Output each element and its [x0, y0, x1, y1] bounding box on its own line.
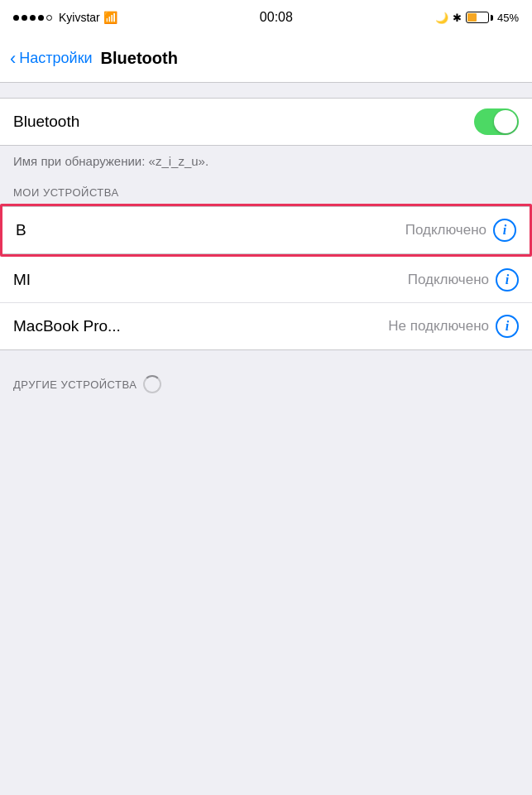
device-status-B: Подключено: [405, 222, 486, 238]
moon-icon: 🌙: [435, 12, 448, 24]
device-status-group-B: Подключено i: [405, 219, 516, 242]
other-devices-label: ДРУГИЕ УСТРОЙСТВА: [13, 378, 137, 391]
bluetooth-section: Bluetooth: [0, 98, 532, 146]
bluetooth-toggle[interactable]: [474, 108, 519, 135]
info-button-macbook[interactable]: i: [496, 315, 519, 338]
status-time: 00:08: [260, 10, 293, 25]
my-devices-header: МОИ УСТРОЙСТВА: [0, 180, 532, 204]
wifi-icon: 📶: [103, 11, 117, 24]
info-button-MI[interactable]: i: [496, 268, 519, 292]
battery-fill: [467, 13, 477, 22]
bluetooth-label: Bluetooth: [13, 113, 79, 131]
signal-dots: [13, 15, 52, 21]
dot4: [38, 15, 44, 21]
dot3: [30, 15, 36, 21]
loading-spinner: [143, 375, 161, 393]
back-label[interactable]: Настройки: [19, 50, 92, 67]
device-status-group-macbook: Не подключено i: [388, 315, 519, 338]
info-button-B[interactable]: i: [493, 219, 516, 242]
device-name-B: B: [16, 221, 26, 239]
battery-body: [466, 12, 489, 23]
carrier-label: Kyivstar: [59, 11, 100, 24]
discovery-note: Имя при обнаружении: «z_i_z_u».: [0, 146, 532, 180]
other-my-devices: MI Подключено i MacBook Pro... Не подклю…: [0, 257, 532, 350]
toggle-thumb: [494, 110, 517, 133]
status-right: 🌙 ✱ 45%: [435, 12, 519, 24]
device-B-section: B Подключено i: [2, 206, 530, 254]
highlighted-device-wrapper: B Подключено i: [0, 204, 532, 257]
nav-bar: ‹ Настройки Bluetooth: [0, 35, 532, 83]
battery: [466, 12, 493, 23]
back-button[interactable]: ‹ Настройки: [10, 50, 93, 68]
bluetooth-icon: ✱: [453, 12, 462, 24]
spacer: [0, 350, 532, 369]
dot1: [13, 15, 19, 21]
device-row-MI[interactable]: MI Подключено i: [0, 257, 532, 303]
device-row-macbook[interactable]: MacBook Pro... Не подключено i: [0, 303, 532, 349]
device-name-macbook: MacBook Pro...: [13, 317, 121, 335]
device-name-MI: MI: [13, 271, 31, 289]
bluetooth-row: Bluetooth: [0, 99, 532, 145]
device-status-group-MI: Подключено i: [408, 268, 519, 292]
status-left: Kyivstar 📶: [13, 11, 117, 24]
page-title: Bluetooth: [101, 49, 178, 68]
battery-tip: [491, 15, 493, 21]
content: Bluetooth Имя при обнаружении: «z_i_z_u»…: [0, 83, 532, 398]
chevron-left-icon: ‹: [10, 50, 16, 68]
device-status-macbook: Не подключено: [388, 318, 489, 335]
status-bar: Kyivstar 📶 00:08 🌙 ✱ 45%: [0, 0, 532, 35]
device-status-MI: Подключено: [408, 272, 489, 288]
device-row-B[interactable]: B Подключено i: [2, 207, 530, 253]
other-devices-header: ДРУГИЕ УСТРОЙСТВА: [0, 369, 532, 398]
battery-percent: 45%: [497, 12, 519, 24]
dot5: [46, 15, 52, 21]
dot2: [22, 15, 27, 21]
